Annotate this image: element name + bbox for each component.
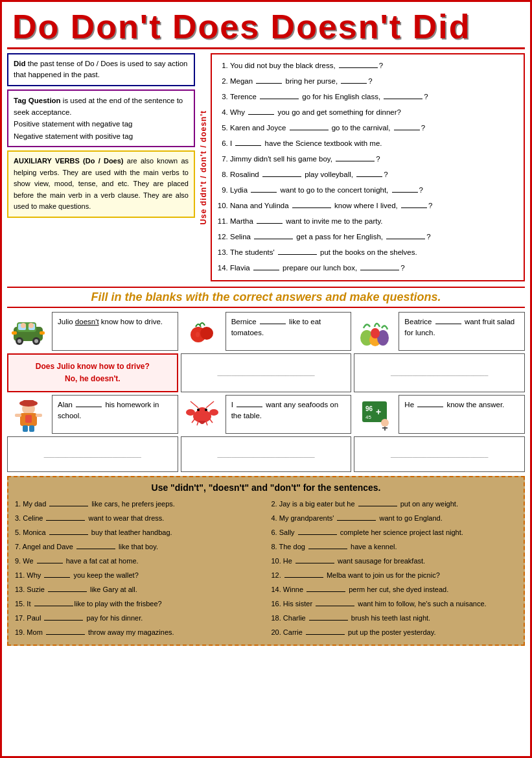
bottom-item-5: 5. Monica buy that leather handbag. <box>15 525 261 539</box>
fill-row-1: Julio doesn't know how to drive. Bernice… <box>7 312 525 351</box>
svg-point-18 <box>371 328 380 338</box>
bottom-item-10: 10. He want sausage for breakfast. <box>272 554 518 568</box>
svg-point-38 <box>197 409 200 411</box>
bottom-item-9: 9. We have a fat cat at home. <box>15 554 261 568</box>
bottom-item-1: 1. My dad like cars, he prefers jeeps. <box>15 497 261 511</box>
empty-answer-3: ___________________________ <box>354 353 525 392</box>
svg-point-44 <box>381 419 389 427</box>
bottom-item-20: 20. Carrie put up the poster yesterday. <box>272 625 518 639</box>
top-section: Did the past tense of Do / Does is used … <box>7 53 525 281</box>
sentence-9: Lydia want to go to the concert tonight,… <box>230 183 518 198</box>
svg-point-29 <box>197 407 207 415</box>
sentence-2: Megan bring her purse, ? <box>230 74 518 89</box>
bottom-item-7: 7. Angel and Dave like that boy. <box>15 539 261 554</box>
sentence-1: You did not buy the black dress, ? <box>230 58 518 73</box>
empty-answer-row: ___________________________ ____________… <box>7 436 525 472</box>
svg-rect-9 <box>40 331 45 335</box>
bottom-item-6: 6. Sally complete her science project la… <box>272 525 518 539</box>
bottom-item-17: 17. Paul pay for his dinner. <box>15 611 261 625</box>
svg-line-33 <box>206 401 214 408</box>
svg-rect-23 <box>15 414 21 417</box>
julio-answer: Does Julio know how to drive?No, he does… <box>7 353 178 392</box>
sentence-7: Jimmy didn't sell his game boy, ? <box>230 152 518 167</box>
bottom-item-12: 12. Melba want to join us for the picnic… <box>272 568 518 582</box>
sentence-8: Rosalind play volleyball, ? <box>230 167 518 182</box>
page-title: Do Don't Does Doesn't Did <box>7 7 525 49</box>
tag-question-text: Tag Question is used at the end of the s… <box>14 97 183 140</box>
he-know-text: He know the answer. <box>399 395 525 434</box>
bottom-item-15: 15. It like to play with the frisbee? <box>15 597 261 611</box>
empty-answer-2: ___________________________ <box>181 353 352 392</box>
svg-text:45: 45 <box>365 414 371 420</box>
sentence-3: Terence go for his English class, ? <box>230 89 518 104</box>
bottom-item-14: 14. Winne perm her cut, she dyed instead… <box>272 582 518 597</box>
answer-row: Does Julio know how to drive?No, he does… <box>7 353 525 392</box>
svg-point-10 <box>21 323 26 328</box>
bottom-item-19: 19. Mom throw away my magazines. <box>15 625 261 639</box>
bottom-col1: 1. My dad like cars, he prefers jeeps. 3… <box>15 497 261 639</box>
sidebar-label: Use didn't / don't / doesn't <box>199 110 208 225</box>
svg-point-30 <box>186 409 195 416</box>
lobster-icon <box>181 398 223 431</box>
bottom-section: Use "didn't", "doesn't" and "don't" for … <box>7 476 525 646</box>
sentence-11: Martha want to invite me to the party. <box>230 214 518 229</box>
bottom-item-13: 13. Suzie like Gary at all. <box>15 582 261 597</box>
bottom-col2: 2. Jay is a big eater but he put on any … <box>272 497 518 639</box>
bottom-item-4: 4. My grandparents' want to go England. <box>272 511 518 525</box>
svg-rect-25 <box>23 425 28 432</box>
alan-text: Alan his homework in school. <box>52 395 178 434</box>
fill-row-2: Alan his homework in school. <box>7 395 525 434</box>
sentence-13: The students' put the books on the shelv… <box>230 245 518 260</box>
tag-question-box: Tag Question is used at the end of the s… <box>7 89 195 148</box>
svg-rect-24 <box>36 414 42 417</box>
sentence-14: Flavia prepare our lunch box, ? <box>230 261 518 276</box>
bottom-item-2: 2. Jay is a big eater but he put on any … <box>272 497 518 511</box>
bottom-title: Use "didn't", "doesn't" and "don't" for … <box>15 482 517 493</box>
bernice-text: Bernice like to eat tomatoes. <box>226 312 352 351</box>
svg-text:96: 96 <box>365 405 373 412</box>
bottom-item-16: 16. His sister want him to follow, he's … <box>272 597 518 611</box>
svg-line-32 <box>191 401 198 408</box>
svg-rect-27 <box>25 415 32 423</box>
svg-point-13 <box>200 327 213 340</box>
bottom-grid: 1. My dad like cars, he prefers jeeps. 3… <box>15 497 517 639</box>
sentence-12: Selina get a pass for her English, ? <box>230 230 518 244</box>
svg-rect-8 <box>12 331 17 335</box>
beatrice-text: Beatrice want fruit salad for lunch. <box>399 312 525 351</box>
section-title: Fill in the blanks with the correct answ… <box>7 287 525 308</box>
svg-rect-26 <box>29 425 34 432</box>
svg-rect-22 <box>23 400 34 405</box>
empty-ans-1: ___________________________ <box>7 436 178 472</box>
did-box: Did the past tense of Do / Does is used … <box>7 53 195 86</box>
bottom-item-8: 8. The dog have a kennel. <box>272 539 518 554</box>
tomatoes-icon <box>181 315 223 348</box>
svg-point-11 <box>29 323 34 328</box>
boy-icon <box>7 397 49 432</box>
svg-point-7 <box>34 339 38 343</box>
svg-text:+: + <box>376 407 381 417</box>
auxiliary-verbs-box: AUXILIARY VERBS (Do / Does) are also kno… <box>7 150 195 218</box>
aux-verbs-text: AUXILIARY VERBS (Do / Does) are also kno… <box>14 157 189 210</box>
sentence-4: Why you go and get something for dinner? <box>230 105 518 120</box>
sentence-5: Karen and Joyce go to the carnival, ? <box>230 121 518 136</box>
svg-point-39 <box>205 409 207 411</box>
empty-ans-3: ___________________________ <box>354 436 525 472</box>
left-boxes: Did the past tense of Do / Does is used … <box>7 53 195 281</box>
sentences-box: You did not buy the black dress, ? Megan… <box>211 53 525 281</box>
i-seafoods-text: I want any seafoods on the table. <box>226 395 352 434</box>
sentence-10: Nana and Yulinda know where I lived, ? <box>230 198 518 213</box>
sentences-list: You did not buy the black dress, ? Megan… <box>217 58 518 276</box>
svg-point-31 <box>209 409 218 416</box>
bottom-item-3: 3. Celine want to wear that dress. <box>15 511 261 525</box>
svg-point-5 <box>17 339 21 343</box>
veggies-icon <box>354 315 396 348</box>
sentence-6: I have the Science textbook with me. <box>230 136 518 151</box>
svg-point-14 <box>196 332 200 337</box>
did-label: Did the past tense of Do / Does is used … <box>14 60 187 78</box>
fill-section: Julio doesn't know how to drive. Bernice… <box>7 312 525 472</box>
julio-text: Julio doesn't know how to drive. <box>52 312 178 351</box>
car-icon <box>7 317 49 346</box>
right-side: Use didn't / don't / doesn't You did not… <box>199 53 525 281</box>
math-icon: 96 45 + <box>354 398 396 431</box>
bottom-item-18: 18. Charlie brush his teeth last night. <box>272 611 518 625</box>
